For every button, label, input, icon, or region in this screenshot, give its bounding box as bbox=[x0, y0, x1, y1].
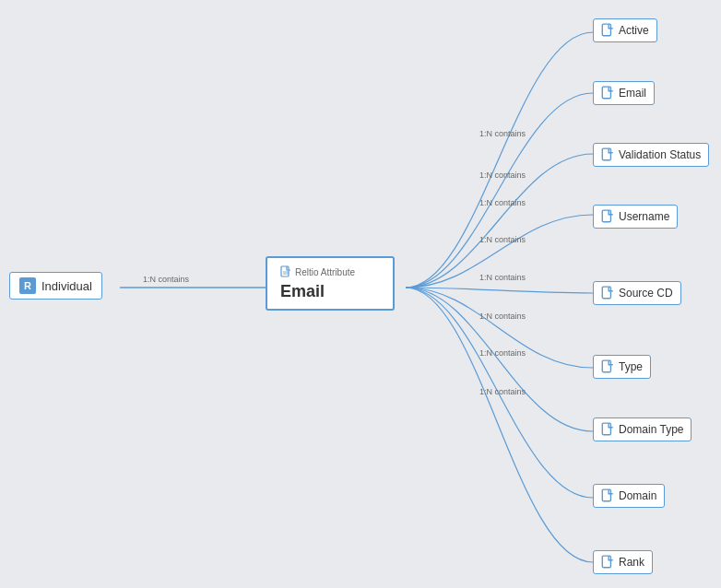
domain-type-node[interactable]: Domain Type bbox=[593, 417, 691, 441]
center-node-name: Email bbox=[280, 282, 380, 301]
active-label: Active bbox=[619, 24, 649, 37]
edge-label-3: 1:N contains bbox=[479, 235, 526, 244]
email-right-label: Email bbox=[619, 87, 646, 100]
doc-icon bbox=[601, 488, 614, 503]
source-cd-label: Source CD bbox=[619, 287, 673, 300]
rank-label: Rank bbox=[619, 556, 644, 569]
edge-label-5: 1:N contains bbox=[479, 312, 526, 321]
diagram-canvas: R Individual 1:N contains Reltio Attribu… bbox=[0, 0, 721, 588]
doc-icon bbox=[601, 209, 614, 224]
domain-type-label: Domain Type bbox=[619, 423, 683, 436]
doc-icon bbox=[601, 86, 614, 100]
edge-label-1: 1:N contains bbox=[479, 171, 526, 180]
doc-icon bbox=[601, 23, 614, 38]
center-node[interactable]: Reltio Attribute Email bbox=[266, 256, 395, 311]
svg-rect-8 bbox=[602, 210, 610, 222]
edge-label-2: 1:N contains bbox=[479, 198, 526, 207]
email-right-node[interactable]: Email bbox=[593, 81, 655, 105]
svg-rect-2 bbox=[281, 266, 289, 276]
svg-text:R: R bbox=[24, 280, 31, 291]
svg-rect-9 bbox=[602, 287, 610, 299]
validation-status-node[interactable]: Validation Status bbox=[593, 143, 709, 167]
svg-rect-11 bbox=[602, 423, 610, 435]
rank-node[interactable]: Rank bbox=[593, 550, 653, 574]
reltio-icon: R bbox=[19, 277, 36, 294]
type-node[interactable]: Type bbox=[593, 355, 651, 379]
source-cd-node[interactable]: Source CD bbox=[593, 281, 681, 305]
doc-icon-center bbox=[280, 265, 291, 278]
edge-label-0: 1:N contains bbox=[479, 129, 526, 138]
svg-rect-13 bbox=[602, 556, 610, 568]
svg-rect-12 bbox=[602, 489, 610, 501]
individual-node[interactable]: R Individual bbox=[9, 272, 102, 300]
domain-node[interactable]: Domain bbox=[593, 484, 665, 508]
svg-rect-7 bbox=[602, 148, 610, 160]
type-label: Type bbox=[619, 360, 643, 373]
individual-label: Individual bbox=[41, 279, 92, 293]
center-node-type-label: Reltio Attribute bbox=[295, 267, 355, 277]
doc-icon bbox=[601, 286, 614, 300]
doc-icon bbox=[601, 359, 614, 374]
edge-label-4: 1:N contains bbox=[479, 273, 526, 282]
edge-label-7: 1:N contains bbox=[479, 387, 526, 396]
left-edge-label: 1:N contains bbox=[143, 275, 189, 284]
validation-status-label: Validation Status bbox=[619, 148, 701, 161]
doc-icon bbox=[601, 422, 614, 437]
doc-icon bbox=[601, 555, 614, 570]
svg-rect-5 bbox=[602, 24, 610, 36]
svg-rect-10 bbox=[602, 360, 610, 372]
center-node-type: Reltio Attribute bbox=[280, 265, 380, 278]
svg-rect-6 bbox=[602, 87, 610, 99]
doc-icon bbox=[601, 147, 614, 162]
username-node[interactable]: Username bbox=[593, 205, 678, 229]
active-node[interactable]: Active bbox=[593, 18, 657, 42]
domain-label: Domain bbox=[619, 489, 656, 502]
username-label: Username bbox=[619, 210, 669, 223]
edge-label-6: 1:N contains bbox=[479, 348, 526, 358]
